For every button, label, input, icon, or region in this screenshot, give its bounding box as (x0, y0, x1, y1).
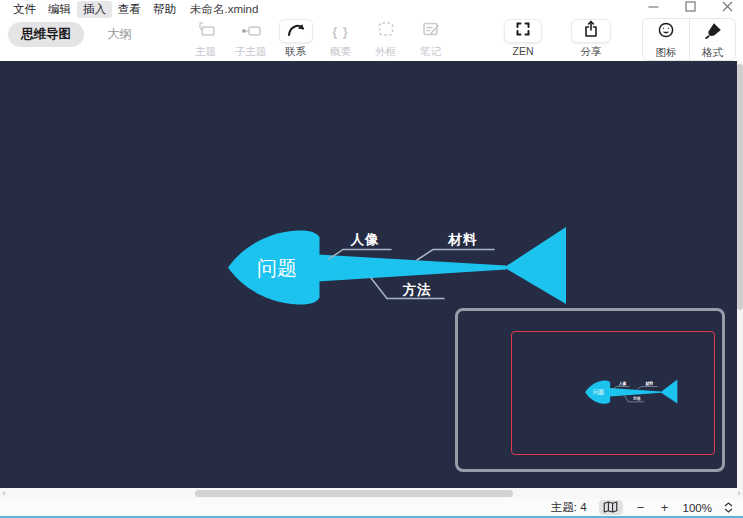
format-button[interactable]: 格式 (689, 19, 735, 60)
scroll-left-arrow-icon[interactable]: ‹ (0, 488, 8, 499)
statusbar: 主题: 4 − + 100% (0, 499, 743, 516)
minimap-fishbone: 问题 人像 材料 方法 (583, 377, 679, 407)
chevron-up-icon[interactable] (724, 502, 733, 507)
branch-label[interactable]: 方法 (402, 282, 432, 297)
zen-button[interactable]: ZEN (498, 18, 548, 59)
horizontal-scrollbar[interactable]: ‹ › (0, 488, 743, 499)
zen-label: ZEN (513, 45, 534, 57)
svg-text:方法: 方法 (632, 396, 641, 401)
icon-marker-label: 图标 (656, 46, 677, 60)
branch-label[interactable]: 人像 (350, 232, 380, 247)
fishbone-spine[interactable] (318, 255, 506, 282)
format-icon (702, 20, 724, 44)
format-label: 格式 (702, 46, 723, 60)
view-switcher: 思维导图 大纲 (8, 22, 145, 47)
minimap[interactable]: 问题 人像 材料 方法 (455, 308, 725, 472)
window-controls (648, 1, 733, 12)
topic-icon (194, 19, 218, 43)
zoom-stepper[interactable] (724, 502, 733, 513)
vertical-scrollbar[interactable] (737, 61, 743, 488)
note-label: 笔记 (420, 45, 441, 59)
share-label: 分享 (581, 45, 602, 59)
fishbone-branch-fangfa[interactable]: 方法 (371, 278, 444, 299)
zen-icon (511, 19, 535, 43)
branch-label[interactable]: 材料 (448, 232, 478, 247)
subtopic-label: 子主题 (235, 45, 267, 59)
share-icon (579, 19, 603, 43)
svg-text:人像: 人像 (619, 381, 627, 386)
note-button[interactable]: 笔记 (408, 18, 453, 59)
menu-file[interactable]: 文件 (7, 1, 42, 18)
icon-marker-button[interactable]: 图标 (643, 19, 689, 60)
tab-outline[interactable]: 大纲 (94, 22, 145, 47)
topic-button[interactable]: 主题 (183, 18, 228, 59)
summary-button[interactable]: { } 概要 (318, 18, 363, 59)
zoom-out-button[interactable]: − (635, 501, 647, 514)
relationship-label: 联系 (285, 45, 306, 59)
note-icon (419, 19, 443, 43)
maximize-icon[interactable] (685, 1, 696, 12)
share-button[interactable]: 分享 (564, 18, 618, 59)
relationship-button[interactable]: 联系 (273, 18, 318, 59)
zoom-level: 100% (683, 502, 712, 514)
topic-label: 主题 (195, 45, 216, 59)
emoji-icon (655, 20, 677, 44)
fishbone-branch-renxiang[interactable]: 人像 (329, 232, 391, 259)
topic-count-value: 4 (580, 501, 586, 513)
close-icon[interactable] (722, 1, 733, 12)
toolbar-create-group: 主题 子主题 联系 { } 概要 外框 笔记 (183, 18, 453, 59)
tab-mindmap[interactable]: 思维导图 (8, 22, 84, 47)
vertical-scrollbar-thumb[interactable] (737, 64, 743, 310)
minimize-icon[interactable] (648, 1, 659, 12)
menubar: 文件 编辑 插入 查看 帮助 未命名.xmind (0, 0, 743, 18)
svg-text:材料: 材料 (645, 381, 654, 387)
mindmap-canvas[interactable]: 问题 人像 材料 方法 问题 (0, 61, 743, 488)
zoom-in-button[interactable]: + (659, 501, 671, 514)
boundary-icon (374, 19, 398, 43)
menu-view[interactable]: 查看 (112, 1, 147, 18)
subtopic-icon (239, 19, 263, 43)
relationship-icon (284, 19, 308, 43)
toolbar-view-group: ZEN 分享 (498, 18, 618, 59)
minimap-toggle-button[interactable] (599, 500, 623, 515)
document-title: 未命名.xmind (190, 2, 258, 17)
boundary-label: 外框 (375, 45, 396, 59)
scroll-right-arrow-icon[interactable]: › (735, 488, 743, 499)
menu-insert[interactable]: 插入 (77, 1, 112, 18)
svg-text:问题: 问题 (593, 389, 604, 396)
toolbar: 思维导图 大纲 主题 子主题 联系 { } 概要 外框 (0, 18, 743, 61)
topic-count: 主题: 4 (551, 500, 587, 515)
boundary-button[interactable]: 外框 (363, 18, 408, 59)
summary-label: 概要 (330, 45, 351, 59)
app-window: 文件 编辑 插入 查看 帮助 未命名.xmind 思维导图 大纲 主题 子主题 (0, 0, 743, 518)
fishbone-head-topic[interactable]: 问题 (257, 257, 297, 279)
map-icon (603, 501, 618, 515)
menu-help[interactable]: 帮助 (147, 1, 182, 18)
toolbar-panel-group: 图标 格式 (642, 18, 736, 61)
horizontal-scrollbar-thumb[interactable] (195, 490, 513, 497)
menu-edit[interactable]: 编辑 (42, 1, 77, 18)
chevron-down-icon[interactable] (724, 508, 733, 513)
subtopic-button[interactable]: 子主题 (228, 18, 273, 59)
fishbone-tail[interactable] (504, 227, 566, 304)
fishbone-branch-cailiao[interactable]: 材料 (417, 232, 494, 260)
summary-icon: { } (332, 24, 349, 39)
